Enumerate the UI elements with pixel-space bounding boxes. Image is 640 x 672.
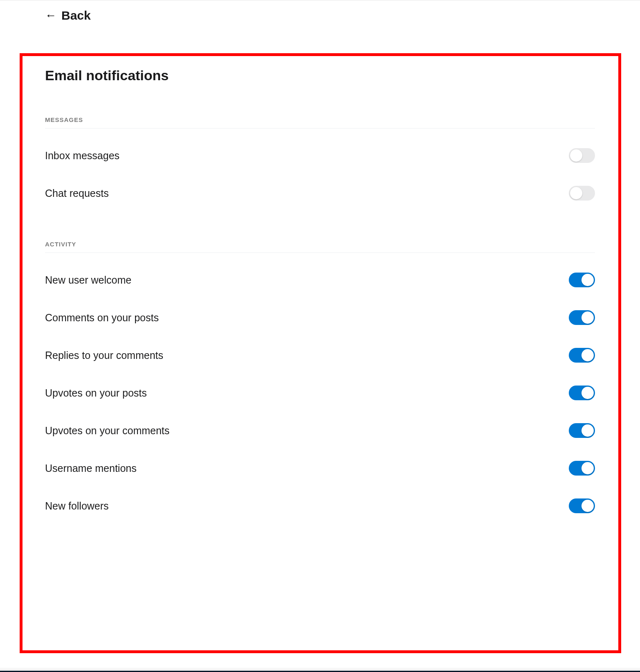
toggle-upvotes-on-posts[interactable] <box>569 386 595 400</box>
toggle-new-user-welcome[interactable] <box>569 273 595 287</box>
arrow-left-icon: ← <box>45 9 56 22</box>
section-gap <box>45 212 595 241</box>
toggle-knob <box>581 349 594 361</box>
toggle-knob <box>581 500 594 512</box>
section-header-messages: MESSAGES <box>45 116 595 129</box>
setting-new-user-welcome: New user welcome <box>45 261 595 299</box>
setting-label: Replies to your comments <box>45 350 163 361</box>
setting-label: Inbox messages <box>45 150 119 162</box>
toggle-upvotes-on-comments[interactable] <box>569 423 595 438</box>
toggle-knob <box>570 187 582 199</box>
page-title: Email notifications <box>45 68 595 83</box>
toggle-comments-on-posts[interactable] <box>569 310 595 325</box>
toggle-new-followers[interactable] <box>569 498 595 513</box>
toggle-inbox-messages[interactable] <box>569 148 595 163</box>
setting-label: Username mentions <box>45 462 137 474</box>
setting-label: New user welcome <box>45 274 131 286</box>
setting-inbox-messages: Inbox messages <box>45 137 595 174</box>
toggle-knob <box>581 387 594 399</box>
toggle-knob <box>581 274 594 286</box>
setting-comments-on-posts: Comments on your posts <box>45 299 595 336</box>
bottom-shadow <box>0 667 640 672</box>
toggle-replies-to-comments[interactable] <box>569 348 595 363</box>
setting-new-followers: New followers <box>45 487 595 525</box>
toggle-knob <box>581 311 594 324</box>
toggle-knob <box>570 149 582 162</box>
setting-label: New followers <box>45 500 109 512</box>
setting-label: Upvotes on your posts <box>45 387 147 399</box>
back-label: Back <box>61 9 91 23</box>
toggle-username-mentions[interactable] <box>569 461 595 476</box>
toggle-chat-requests[interactable] <box>569 186 595 201</box>
setting-upvotes-on-comments: Upvotes on your comments <box>45 412 595 449</box>
setting-label: Chat requests <box>45 187 109 199</box>
setting-label: Comments on your posts <box>45 312 159 324</box>
setting-label: Upvotes on your comments <box>45 425 169 437</box>
setting-chat-requests: Chat requests <box>45 174 595 212</box>
toggle-knob <box>581 462 594 474</box>
back-button[interactable]: ← Back <box>0 0 640 31</box>
section-header-activity: ACTIVITY <box>45 241 595 253</box>
setting-upvotes-on-posts: Upvotes on your posts <box>45 374 595 412</box>
setting-replies-to-comments: Replies to your comments <box>45 336 595 374</box>
toggle-knob <box>581 424 594 437</box>
content-area: Email notifications MESSAGES Inbox messa… <box>0 31 640 525</box>
setting-username-mentions: Username mentions <box>45 449 595 487</box>
